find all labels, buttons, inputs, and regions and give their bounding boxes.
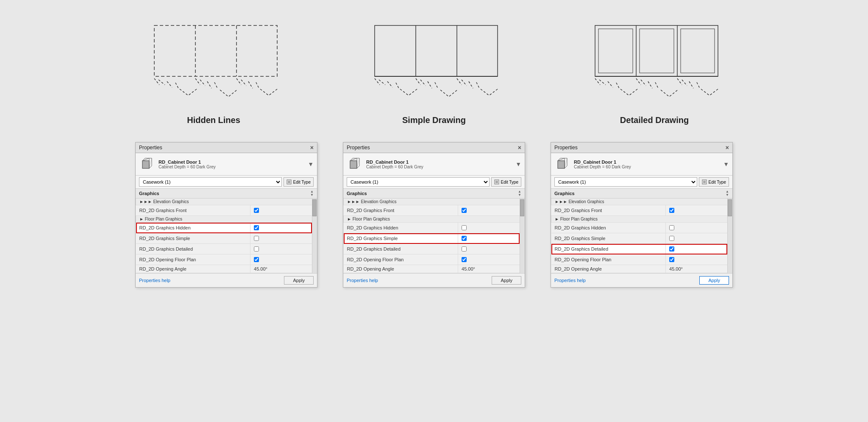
panel-expand-icon[interactable]: ▼ bbox=[308, 161, 314, 168]
property-checkbox[interactable] bbox=[669, 208, 674, 213]
edit-type-button[interactable]: Edit Type bbox=[284, 177, 314, 187]
property-checkbox[interactable] bbox=[669, 236, 674, 241]
property-value[interactable] bbox=[458, 205, 520, 216]
table-row[interactable]: RD_2D Opening Angle45.00° bbox=[551, 265, 728, 273]
properties-table-wrapper: ►►► Elevation GraphicsRD_2D Graphics Fro… bbox=[343, 198, 525, 273]
table-row[interactable]: RD_2D Graphics Front bbox=[136, 205, 312, 216]
property-value[interactable] bbox=[666, 254, 727, 265]
properties-help-link[interactable]: Properties help bbox=[554, 278, 586, 283]
properties-table-wrapper: ►►► Elevation GraphicsRD_2D Graphics Fro… bbox=[136, 198, 317, 273]
table-row[interactable]: RD_2D Graphics Hidden bbox=[551, 223, 728, 233]
table-row[interactable]: RD_2D Graphics Front bbox=[551, 205, 728, 216]
apply-button[interactable]: Apply bbox=[284, 276, 314, 285]
category-dropdown[interactable]: Casework (1) bbox=[554, 177, 697, 187]
property-checkbox[interactable] bbox=[669, 225, 674, 230]
property-checkbox[interactable] bbox=[462, 236, 467, 241]
panel-title: Properties bbox=[139, 145, 162, 151]
property-value[interactable] bbox=[666, 205, 727, 216]
table-row[interactable]: ►►► Elevation Graphics bbox=[344, 198, 520, 205]
svg-line-9 bbox=[214, 82, 218, 89]
property-checkbox[interactable] bbox=[462, 246, 467, 252]
svg-line-22 bbox=[375, 78, 380, 85]
object-name: RD_Cabinet Door 1 bbox=[574, 159, 719, 165]
panel-close-button[interactable]: × bbox=[310, 145, 314, 151]
apply-button[interactable]: Apply bbox=[492, 276, 521, 285]
drawings-section: Hidden Lines bbox=[0, 0, 868, 134]
table-row[interactable]: RD_2D Opening Angle45.00° bbox=[344, 265, 520, 273]
property-value[interactable] bbox=[666, 223, 727, 233]
table-row[interactable]: RD_2D Graphics Detailed bbox=[344, 244, 520, 254]
property-value[interactable] bbox=[666, 244, 727, 254]
property-value[interactable] bbox=[458, 254, 520, 265]
property-value[interactable] bbox=[666, 233, 727, 244]
table-row[interactable]: RD_2D Graphics Detailed bbox=[551, 244, 728, 254]
table-row[interactable]: ►►► Elevation Graphics bbox=[551, 198, 728, 205]
properties-table: ►►► Elevation GraphicsRD_2D Graphics Fro… bbox=[136, 198, 312, 273]
property-checkbox[interactable] bbox=[254, 225, 259, 230]
panel-close-button[interactable]: × bbox=[518, 145, 521, 151]
property-label: RD_2D Opening Floor Plan bbox=[551, 254, 666, 265]
scrollbar-track[interactable] bbox=[520, 198, 525, 273]
table-row[interactable]: RD_2D Opening Floor Plan bbox=[344, 254, 520, 265]
properties-help-link[interactable]: Properties help bbox=[347, 278, 378, 283]
property-checkbox[interactable] bbox=[254, 257, 259, 262]
property-value[interactable] bbox=[250, 223, 312, 233]
panel-header: RD_Cabinet Door 1 Cabinet Depth = 60 Dar… bbox=[136, 153, 317, 176]
scroll-arrows[interactable]: ▲ ▼ bbox=[518, 190, 521, 197]
scroll-arrows[interactable]: ▲ ▼ bbox=[310, 190, 314, 197]
property-checkbox[interactable] bbox=[669, 246, 674, 252]
property-checkbox[interactable] bbox=[254, 246, 259, 252]
property-value[interactable] bbox=[250, 254, 312, 265]
property-value[interactable] bbox=[250, 244, 312, 254]
property-value[interactable] bbox=[458, 223, 520, 233]
property-value[interactable] bbox=[458, 244, 520, 254]
edit-type-button[interactable]: Edit Type bbox=[699, 177, 729, 187]
panel-expand-icon[interactable]: ▼ bbox=[515, 161, 521, 168]
panel-close-button[interactable]: × bbox=[726, 145, 729, 151]
svg-line-6 bbox=[154, 78, 159, 85]
property-checkbox[interactable] bbox=[462, 208, 467, 213]
table-row[interactable]: RD_2D Graphics Hidden bbox=[344, 223, 520, 233]
panel-expand-icon[interactable]: ▼ bbox=[723, 161, 729, 168]
property-value[interactable] bbox=[458, 233, 520, 244]
scrollbar-thumb[interactable] bbox=[728, 199, 732, 216]
property-value[interactable] bbox=[250, 233, 312, 244]
panel-header: RD_Cabinet Door 1 Cabinet Depth = 60 Dar… bbox=[343, 153, 525, 176]
property-checkbox[interactable] bbox=[669, 257, 674, 262]
table-row[interactable]: ► Floor Plan Graphics bbox=[344, 216, 520, 223]
table-row[interactable]: RD_2D Graphics Hidden bbox=[136, 223, 312, 233]
angle-value: 45.00° bbox=[254, 266, 267, 271]
apply-button[interactable]: Apply bbox=[699, 276, 729, 285]
scrollbar-thumb[interactable] bbox=[312, 199, 317, 216]
property-checkbox[interactable] bbox=[254, 236, 259, 241]
scrollbar-thumb[interactable] bbox=[520, 199, 524, 216]
table-row[interactable]: RD_2D Graphics Front bbox=[344, 205, 520, 216]
svg-line-23 bbox=[420, 80, 426, 86]
scrollbar-track[interactable] bbox=[727, 198, 732, 273]
table-row[interactable]: RD_2D Graphics Simple bbox=[344, 233, 520, 244]
category-dropdown[interactable]: Casework (1) bbox=[139, 177, 282, 187]
table-row[interactable]: RD_2D Graphics Simple bbox=[551, 233, 728, 244]
svg-line-21 bbox=[396, 83, 399, 89]
table-row[interactable]: RD_2D Graphics Detailed bbox=[136, 244, 312, 254]
table-row[interactable]: RD_2D Opening Floor Plan bbox=[136, 254, 312, 265]
table-row[interactable]: ►►► Elevation Graphics bbox=[136, 198, 312, 205]
table-row[interactable]: RD_2D Graphics Simple bbox=[136, 233, 312, 244]
property-checkbox[interactable] bbox=[462, 225, 467, 230]
table-row[interactable]: RD_2D Opening Floor Plan bbox=[551, 254, 728, 265]
property-checkbox[interactable] bbox=[462, 257, 467, 262]
table-row[interactable]: ► Floor Plan Graphics bbox=[136, 216, 312, 223]
table-row[interactable]: RD_2D Opening Angle45.00° bbox=[136, 265, 312, 273]
scroll-arrows[interactable]: ▲ ▼ bbox=[726, 190, 729, 197]
property-checkbox[interactable] bbox=[254, 208, 259, 213]
property-label: RD_2D Graphics Detailed bbox=[344, 244, 458, 254]
object-icon bbox=[139, 157, 154, 172]
properties-help-link[interactable]: Properties help bbox=[139, 278, 170, 283]
svg-rect-36 bbox=[681, 29, 715, 73]
property-value[interactable] bbox=[250, 205, 312, 216]
scrollbar-track[interactable] bbox=[312, 198, 317, 273]
table-row[interactable]: ► Floor Plan Graphics bbox=[551, 216, 728, 223]
property-label: RD_2D Opening Floor Plan bbox=[136, 254, 250, 265]
category-dropdown[interactable]: Casework (1) bbox=[347, 177, 490, 187]
edit-type-button[interactable]: Edit Type bbox=[491, 177, 521, 187]
